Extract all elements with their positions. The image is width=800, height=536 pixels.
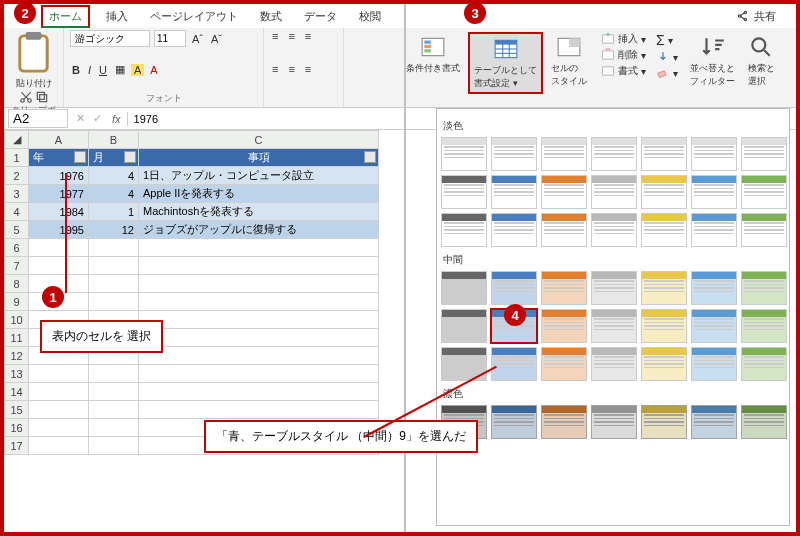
cell[interactable]	[89, 275, 139, 293]
table-style-thumb[interactable]	[591, 137, 637, 171]
table-style-thumb[interactable]	[641, 137, 687, 171]
cell[interactable]: 12	[89, 221, 139, 239]
table-style-thumb[interactable]	[541, 213, 587, 247]
col-header-A[interactable]: A	[29, 131, 89, 149]
table-style-thumb[interactable]	[741, 347, 787, 381]
table-style-thumb[interactable]	[441, 175, 487, 209]
cell[interactable]	[89, 239, 139, 257]
table-style-thumb[interactable]	[691, 309, 737, 343]
col-header-B[interactable]: B	[89, 131, 139, 149]
conditional-format-button[interactable]: 条件付き書式	[402, 32, 464, 77]
row-header[interactable]: 16	[5, 419, 29, 437]
filter-dropdown-icon[interactable]	[124, 151, 136, 163]
cell[interactable]	[139, 347, 379, 365]
table-style-thumb[interactable]	[441, 271, 487, 305]
align-right-button[interactable]: ≡	[303, 63, 313, 75]
table-style-thumb[interactable]	[541, 347, 587, 381]
select-all[interactable]: ◢	[5, 131, 29, 149]
cell[interactable]	[29, 401, 89, 419]
row-header[interactable]: 2	[5, 167, 29, 185]
table-style-thumb[interactable]	[591, 213, 637, 247]
cell-styles-button[interactable]: セルの スタイル	[547, 32, 591, 90]
cell-A1[interactable]: 年	[29, 149, 89, 167]
cell[interactable]	[89, 437, 139, 455]
cell[interactable]	[139, 383, 379, 401]
row-header[interactable]: 13	[5, 365, 29, 383]
align-mid-button[interactable]: ≡	[286, 30, 296, 42]
cell-C1[interactable]: 事項	[139, 149, 379, 167]
table-style-thumb[interactable]	[591, 347, 637, 381]
table-style-thumb[interactable]	[691, 213, 737, 247]
enter-icon[interactable]: ✓	[89, 112, 106, 125]
cell[interactable]	[139, 293, 379, 311]
underline-button[interactable]: U	[97, 64, 109, 76]
cell[interactable]: ジョブズがアップルに復帰する	[139, 221, 379, 239]
table-style-thumb[interactable]	[591, 309, 637, 343]
cell[interactable]	[139, 275, 379, 293]
align-bot-button[interactable]: ≡	[303, 30, 313, 42]
row-header[interactable]: 11	[5, 329, 29, 347]
decrease-font-button[interactable]: Aˇ	[209, 33, 224, 45]
fill-color-button[interactable]: A	[131, 64, 144, 76]
cell[interactable]	[139, 311, 379, 329]
filter-dropdown-icon[interactable]	[74, 151, 86, 163]
cell[interactable]: 4	[89, 185, 139, 203]
tab-insert[interactable]: 挿入	[100, 7, 134, 26]
table-style-thumb[interactable]	[691, 137, 737, 171]
share-button[interactable]: 共有	[736, 9, 776, 24]
cell[interactable]: 1995	[29, 221, 89, 239]
cell[interactable]: 1977	[29, 185, 89, 203]
table-style-thumb[interactable]	[541, 271, 587, 305]
table-style-thumb[interactable]	[491, 347, 537, 381]
table-style-thumb[interactable]	[741, 175, 787, 209]
table-style-thumb[interactable]	[541, 309, 587, 343]
row-header[interactable]: 4	[5, 203, 29, 221]
align-top-button[interactable]: ≡	[270, 30, 280, 42]
table-style-thumb[interactable]	[691, 405, 737, 439]
bold-button[interactable]: B	[70, 64, 82, 76]
align-left-button[interactable]: ≡	[270, 63, 280, 75]
font-name-select[interactable]	[70, 30, 150, 47]
table-style-thumb[interactable]	[641, 405, 687, 439]
tab-formulas[interactable]: 数式	[254, 7, 288, 26]
table-style-thumb[interactable]	[691, 347, 737, 381]
find-select-button[interactable]: 検索と 選択	[743, 32, 779, 90]
row-header[interactable]: 3	[5, 185, 29, 203]
autosum-button[interactable]: Σ▾	[656, 32, 678, 48]
table-style-thumb[interactable]	[641, 309, 687, 343]
table-style-thumb[interactable]	[541, 405, 587, 439]
cell[interactable]	[29, 365, 89, 383]
cell[interactable]	[89, 419, 139, 437]
col-header-C[interactable]: C	[139, 131, 379, 149]
cell-B1[interactable]: 月	[89, 149, 139, 167]
table-style-thumb[interactable]	[641, 347, 687, 381]
cell[interactable]: Apple IIを発表する	[139, 185, 379, 203]
delete-cells-button[interactable]: 削除 ▾	[601, 48, 646, 62]
cell[interactable]: Machintoshを発表する	[139, 203, 379, 221]
table-style-thumb[interactable]	[641, 271, 687, 305]
fill-button[interactable]: ▾	[656, 50, 678, 64]
cell[interactable]	[139, 257, 379, 275]
name-box[interactable]	[8, 109, 68, 128]
table-style-thumb[interactable]	[591, 271, 637, 305]
insert-cells-button[interactable]: 挿入 ▾	[601, 32, 646, 46]
format-as-table-button[interactable]: テーブルとして書式設定 ▾	[468, 32, 543, 94]
table-style-thumb[interactable]	[491, 405, 537, 439]
cell[interactable]	[29, 239, 89, 257]
cell[interactable]	[139, 329, 379, 347]
row-header[interactable]: 14	[5, 383, 29, 401]
cell[interactable]	[139, 239, 379, 257]
cell[interactable]	[29, 419, 89, 437]
row-header[interactable]: 10	[5, 311, 29, 329]
font-size-select[interactable]	[154, 30, 186, 47]
table-style-thumb[interactable]	[491, 137, 537, 171]
cell[interactable]	[29, 437, 89, 455]
sort-filter-button[interactable]: 並べ替えと フィルター	[686, 32, 739, 90]
table-style-thumb[interactable]	[441, 309, 487, 343]
row-header[interactable]: 6	[5, 239, 29, 257]
tab-layout[interactable]: ページレイアウト	[144, 7, 244, 26]
row-header[interactable]: 9	[5, 293, 29, 311]
table-style-thumb[interactable]	[741, 405, 787, 439]
cancel-icon[interactable]: ✕	[72, 112, 89, 125]
cell[interactable]	[89, 293, 139, 311]
